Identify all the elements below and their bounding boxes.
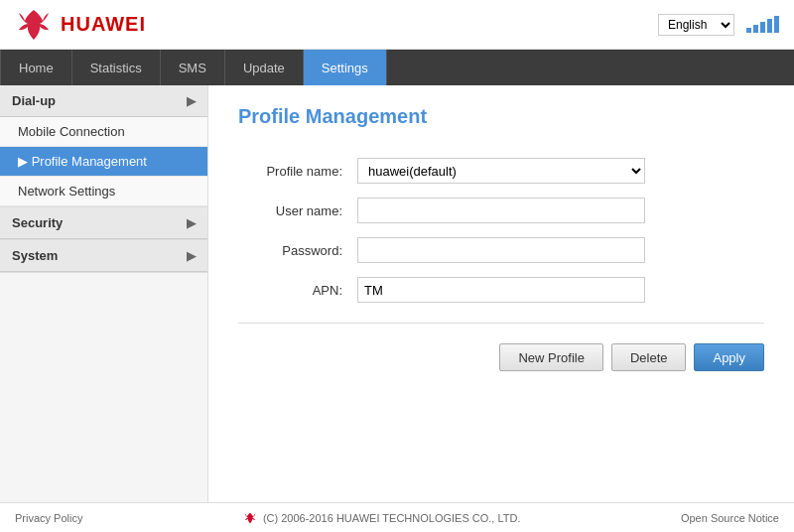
sidebar-item-mobile-connection[interactable]: Mobile Connection <box>0 117 207 147</box>
main-area: Dial-up ▶ Mobile Connection Profile Mana… <box>0 85 794 502</box>
sidebar-section-system: System ▶ <box>0 240 207 273</box>
form-divider <box>238 323 764 324</box>
signal-bar-5 <box>774 16 779 33</box>
delete-button[interactable]: Delete <box>611 343 687 371</box>
form-row-apn: APN: <box>238 277 764 303</box>
chevron-right-icon: ▶ <box>187 94 196 108</box>
nav-item-home[interactable]: Home <box>0 50 72 85</box>
brand-name: HUAWEI <box>61 13 146 36</box>
language-select[interactable]: English Chinese <box>658 14 734 36</box>
footer-huawei-logo-icon <box>243 512 257 524</box>
footer-copyright: (C) 2006-2016 HUAWEI TECHNOLOGIES CO., L… <box>263 512 521 524</box>
sidebar-section-label-security: Security <box>12 215 63 230</box>
nav-item-statistics[interactable]: Statistics <box>72 50 161 85</box>
open-source-notice-link[interactable]: Open Source Notice <box>681 512 779 524</box>
sidebar-section-security: Security ▶ <box>0 207 207 240</box>
form-row-username: User name: <box>238 198 764 223</box>
profile-name-label: Profile name: <box>238 164 357 179</box>
nav-item-settings[interactable]: Settings <box>304 50 387 85</box>
apply-button[interactable]: Apply <box>694 343 764 371</box>
huawei-logo-icon <box>15 8 53 42</box>
sidebar-item-profile-management[interactable]: Profile Management <box>0 147 207 177</box>
sidebar-section-header-system[interactable]: System ▶ <box>0 240 207 272</box>
username-label: User name: <box>238 203 357 218</box>
nav-item-sms[interactable]: SMS <box>161 50 225 85</box>
content-area: Profile Management Profile name: huawei(… <box>208 85 794 502</box>
profile-name-select[interactable]: huawei(default) <box>357 158 645 184</box>
nav-bar: Home Statistics SMS Update Settings <box>0 50 794 85</box>
footer: Privacy Policy (C) 2006-2016 HUAWEI TECH… <box>0 502 794 532</box>
password-label: Password: <box>238 243 357 258</box>
privacy-policy-link[interactable]: Privacy Policy <box>15 512 82 524</box>
username-input-wrapper <box>357 198 645 223</box>
sidebar-section-label-dial-up: Dial-up <box>12 93 56 108</box>
page-title: Profile Management <box>238 105 764 138</box>
chevron-right-icon-system: ▶ <box>187 249 196 263</box>
footer-center: (C) 2006-2016 HUAWEI TECHNOLOGIES CO., L… <box>243 512 521 524</box>
profile-name-input-wrapper: huawei(default) <box>357 158 645 184</box>
action-buttons: New Profile Delete Apply <box>238 343 764 371</box>
profile-form: Profile name: huawei(default) User name:… <box>238 158 764 303</box>
sidebar-section-header-dial-up[interactable]: Dial-up ▶ <box>0 85 207 117</box>
sidebar: Dial-up ▶ Mobile Connection Profile Mana… <box>0 85 208 502</box>
signal-bar-1 <box>746 28 751 33</box>
sidebar-section-label-system: System <box>12 248 58 263</box>
signal-bar-2 <box>753 25 758 33</box>
signal-indicator <box>746 16 779 33</box>
username-input[interactable] <box>357 198 645 223</box>
apn-label: APN: <box>238 283 357 298</box>
top-right-area: English Chinese <box>658 14 779 36</box>
apn-input-wrapper <box>357 277 645 303</box>
chevron-right-icon-security: ▶ <box>187 216 196 230</box>
form-row-password: Password: <box>238 237 764 263</box>
password-input[interactable] <box>357 237 645 263</box>
logo-area: HUAWEI <box>15 8 146 42</box>
form-row-profile-name: Profile name: huawei(default) <box>238 158 764 184</box>
signal-bar-3 <box>760 22 765 33</box>
new-profile-button[interactable]: New Profile <box>499 343 602 371</box>
sidebar-section-dial-up: Dial-up ▶ Mobile Connection Profile Mana… <box>0 85 207 207</box>
top-bar: HUAWEI English Chinese <box>0 0 794 50</box>
signal-bar-4 <box>767 19 772 33</box>
nav-item-update[interactable]: Update <box>225 50 304 85</box>
password-input-wrapper <box>357 237 645 263</box>
apn-input[interactable] <box>357 277 645 303</box>
sidebar-item-network-settings[interactable]: Network Settings <box>0 177 207 206</box>
sidebar-section-header-security[interactable]: Security ▶ <box>0 207 207 239</box>
